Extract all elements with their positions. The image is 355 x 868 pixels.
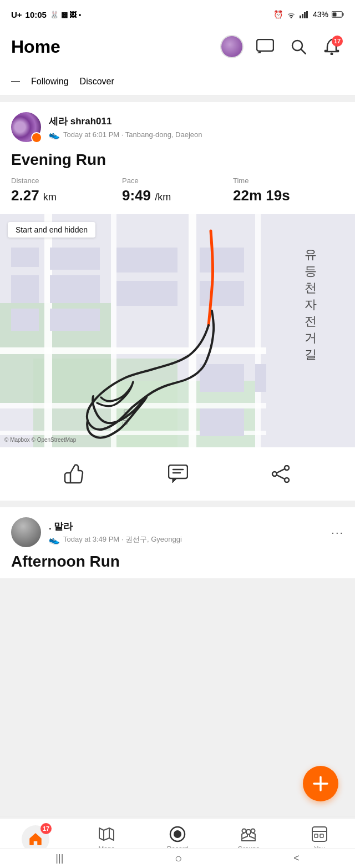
svg-rect-21 <box>255 214 261 447</box>
share-icon <box>271 465 291 483</box>
stat-time: Time 22m 19s <box>233 176 344 204</box>
plus-icon <box>312 775 329 792</box>
status-icons: 🐰 ▩ 🖼 • <box>50 11 81 19</box>
post-avatar-2[interactable] <box>11 517 41 547</box>
post-card-2: . 말라 👟 Today at 3:49 PM · 권선구, Gyeonggi … <box>0 507 355 578</box>
map-copyright: © Mapbox © OpenStreetMap <box>4 437 76 443</box>
actions-row-1 <box>0 447 355 501</box>
svg-rect-67 <box>320 834 323 837</box>
svg-rect-28 <box>116 248 178 272</box>
stat-distance-label: Distance <box>11 176 122 185</box>
svg-rect-1 <box>302 14 303 18</box>
chat-icon <box>256 39 274 54</box>
comment-button[interactable] <box>164 460 192 488</box>
gesture-home-icon: ○ <box>175 851 182 866</box>
svg-text:전: 전 <box>305 314 317 328</box>
stat-pace-label: Pace <box>122 176 233 185</box>
svg-point-62 <box>242 829 246 833</box>
svg-rect-30 <box>200 248 244 272</box>
svg-text:등: 등 <box>305 264 317 278</box>
svg-rect-2 <box>304 12 306 18</box>
like-button[interactable] <box>59 460 89 488</box>
svg-rect-27 <box>50 309 100 331</box>
svg-marker-56 <box>99 828 114 840</box>
time-text: 10:05 <box>26 10 47 19</box>
chat-button[interactable] <box>253 34 277 59</box>
post-user-info-1: 세라 shrah011 👟 Today at 6:01 PM · Tanbang… <box>49 115 344 140</box>
search-button[interactable] <box>286 34 311 59</box>
alarm-icon: ⏰ <box>273 10 283 19</box>
svg-rect-7 <box>257 39 273 51</box>
home-badge: 17 <box>40 823 52 834</box>
svg-rect-32 <box>200 364 244 392</box>
tab-hint-1: — <box>11 77 20 87</box>
post-user-info-2: . 말라 👟 Today at 3:49 PM · 권선구, Gyeonggi <box>49 520 323 545</box>
signal-icon <box>300 11 310 18</box>
stat-distance: Distance 2.27 km <box>11 176 122 204</box>
map-hidden-label: Start and end hidden <box>8 222 95 238</box>
nav-separator <box>0 816 355 817</box>
feed-separator <box>0 95 355 102</box>
run-title-1: Evening Run <box>0 149 355 176</box>
svg-rect-25 <box>11 275 39 303</box>
post-avatar-1[interactable] <box>11 112 41 142</box>
app-header: Home 17 <box>0 29 355 68</box>
svg-line-9 <box>301 49 306 54</box>
header-icons: 17 <box>220 34 344 59</box>
post-card-1: 세라 shrah011 👟 Today at 6:01 PM · Tanbang… <box>0 102 355 501</box>
groups-icon <box>240 825 257 843</box>
post-meta-1: 👟 Today at 6:01 PM · Tanbang-dong, Daeje… <box>49 129 344 140</box>
share-button[interactable] <box>267 461 296 487</box>
maps-icon <box>98 826 115 842</box>
svg-rect-20 <box>189 214 196 447</box>
svg-text:유: 유 <box>305 248 317 261</box>
notification-button[interactable]: 17 <box>320 34 344 59</box>
bottom-spacer <box>0 578 355 650</box>
record-icon <box>169 825 186 843</box>
carrier-text: U+ <box>11 10 22 19</box>
svg-rect-22 <box>11 248 39 267</box>
svg-line-52 <box>277 469 285 473</box>
svg-point-50 <box>285 478 289 482</box>
stats-row-1: Distance 2.27 km Pace 9:49 /km Time 22m … <box>0 176 355 214</box>
map-container-1[interactable]: 50 m 유 등 천 자 전 거 길 <box>0 214 355 447</box>
thumbs-up-icon <box>64 464 85 484</box>
fab-button[interactable] <box>303 766 338 801</box>
svg-rect-34 <box>200 408 244 436</box>
battery-text: 43% <box>313 10 328 19</box>
gesture-bar-row: ||| ○ < <box>0 848 355 868</box>
shoe-icon-2: 👟 <box>49 534 60 545</box>
tab-hint-2: Following <box>31 77 69 87</box>
svg-rect-6 <box>333 13 337 17</box>
svg-text:길: 길 <box>305 347 317 361</box>
battery-icon <box>332 11 344 18</box>
svg-text:자: 자 <box>305 297 317 311</box>
gesture-recent-icon: < <box>293 852 300 864</box>
avatar-button[interactable] <box>220 34 244 59</box>
post-meta-2: 👟 Today at 3:49 PM · 권선구, Gyeonggi <box>49 534 323 545</box>
stat-pace-value: 9:49 /km <box>122 187 233 204</box>
stat-time-value: 22m 19s <box>233 187 344 204</box>
run-badge-1 <box>31 132 42 143</box>
svg-rect-23 <box>50 248 100 270</box>
svg-rect-29 <box>116 281 178 306</box>
svg-rect-3 <box>306 11 308 18</box>
svg-rect-61 <box>246 830 251 834</box>
post-header-2: . 말라 👟 Today at 3:49 PM · 권선구, Gyeonggi … <box>0 507 355 551</box>
post-username-1: 세라 shrah011 <box>49 115 344 128</box>
svg-rect-46 <box>169 465 187 478</box>
more-options-button[interactable]: ··· <box>331 526 344 539</box>
gesture-back-icon: ||| <box>55 852 63 864</box>
svg-rect-26 <box>11 309 39 331</box>
wifi-icon <box>286 11 296 18</box>
svg-line-53 <box>277 475 285 479</box>
svg-rect-24 <box>50 275 100 303</box>
status-left: U+ 10:05 🐰 ▩ 🖼 • <box>11 10 81 19</box>
tab-scroll-hint: — Following Discover <box>0 68 355 95</box>
post-time-location-2: Today at 3:49 PM · 권선구, Gyeonggi <box>63 534 182 544</box>
svg-text:천: 천 <box>305 281 317 295</box>
post-username-2: . 말라 <box>49 520 323 533</box>
post-time-location-1: Today at 6:01 PM · Tanbang-dong, Daejeon <box>63 130 202 139</box>
svg-point-60 <box>174 830 181 838</box>
stat-distance-value: 2.27 km <box>11 187 122 204</box>
